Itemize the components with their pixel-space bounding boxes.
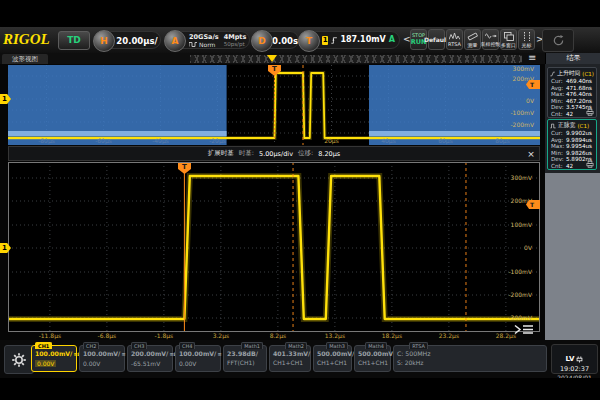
channel-tab: CH3 [131,342,147,349]
sample-rate: 20GSa/s [189,34,219,41]
main-time-axis: -80μs-60μs-40μs-20μs20μs40μs60μs80μs [8,137,540,145]
time-axis-label: 13.2μs [320,332,350,339]
circular-arrows-icon [552,34,565,47]
list-icon[interactable]: ≡ [528,52,536,63]
time-axis-label: 60μs [431,137,461,144]
close-icon[interactable]: × [526,149,536,159]
time-axis-label: -6.8μs [92,332,122,339]
channel-tab: CH1 [35,342,52,349]
results-title: 结果 [545,53,600,64]
trigger-display[interactable]: 1 187.10mV A [308,31,400,49]
rtsa-tab: RTSA [409,342,428,349]
gear-icon [11,352,27,368]
spectrum-icon [449,32,460,40]
channel-box-ch3[interactable]: CH3 200.00mV/≡Ω -65.51mV [127,345,173,372]
memory-depth: 4Mpts [224,34,247,41]
measurement-card-rise-time[interactable]: 上升时间 (C1) Cur:469.40ns Avg:471.68ns Max:… [547,67,597,118]
acquire-knob[interactable]: A [164,30,186,52]
rise-time-icon [550,71,555,77]
record-navigation-strip[interactable] [190,55,522,63]
time-axis-label: -11.8μs [35,332,65,339]
zoom-waveform-svg [8,162,540,332]
square-wave-icon [189,42,197,47]
sample-interval: 50ps/pt [224,41,247,48]
sidebar-empty-area [545,173,600,340]
time-axis-label: 18.2μs [377,332,407,339]
ruler-icon [467,32,478,41]
trigger-sweep-mode: A [389,32,395,48]
pulse-width-icon [550,123,556,129]
cursor-lines-icon [522,32,532,41]
zoom-offset: 8.20μs [318,150,340,158]
clock-time: 19:02:37 [552,365,597,374]
math-tab: Math4 [365,342,387,349]
time-axis-label: -40μs [146,137,176,144]
math-tab: Math2 [285,342,307,349]
time-axis-label: -80μs [32,137,62,144]
math-tab: Math1 [241,342,263,349]
waveform-view-tab[interactable]: 波形视图 [2,54,48,64]
clock-date: 2024/08/01 [552,374,597,378]
main-waveform-panel[interactable]: 300mV200mV0V-100mV-200mV -80μs-60μs-40μs… [8,65,540,145]
multi-window-button[interactable]: 多窗口 [500,29,517,50]
printer-icon[interactable] [586,109,594,116]
channel-tab: CH2 [83,342,99,349]
rtsa-box[interactable]: RTSA C: 500MHz S: 20kHz [393,345,547,372]
math2-box[interactable]: Math2 401.33mV/ CH1+CH1 [269,345,311,372]
time-axis-label: 20μs [317,137,347,144]
horizontal-knob[interactable]: H [93,30,115,52]
channel-box-ch2[interactable]: CH2 100.00mV/≡ 0.00V [79,345,125,372]
trigger-source-badge: 1 [322,36,328,45]
rising-edge-icon [331,35,337,46]
math-tab: Math3 [326,342,348,349]
rtsa-button[interactable]: RTSA [446,29,463,50]
zoom-waveform-panel[interactable]: 300mV200mV100mV0V-100mV-200mV-300mV T T [8,162,540,332]
header-bar: RIGOL TD 20.00μs/ H 20GSa/s 4Mpts Norm 5… [0,27,600,54]
channel-box-ch1[interactable]: CH1 100.00mV/≡Ω 0.00V [31,345,77,372]
printer-icon[interactable] [586,161,594,168]
windows-icon [504,32,514,41]
coupling-icons: ≡ [121,351,125,357]
time-axis-label: 80μs [488,137,518,144]
measurement-name: 正脉宽 [558,121,575,130]
acq-mode: Norm [189,41,219,48]
math4-box[interactable]: Math4 500.00mV/ CH1+CH1 [354,345,391,372]
time-axis-label: -20μs [203,137,233,144]
measurement-card-positive-width[interactable]: 正脉宽 (C1) Cur:9.9902us Avg:9.9894us Max:9… [547,119,597,170]
measure-button[interactable]: 测量 [464,29,481,50]
trigger-position-indicator[interactable] [267,55,277,62]
mode-badge[interactable]: TD [58,31,90,50]
measurement-channel: (C1) [577,123,589,129]
time-axis-label: -60μs [89,137,119,144]
measurement-channel: (C1) [582,71,594,77]
channel-tab: CH4 [179,342,195,349]
time-axis-label: 40μs [374,137,404,144]
sample-control-button[interactable]: 采样控制 [482,29,499,50]
cursor-button[interactable]: 光标 [518,29,535,50]
settings-gear-button[interactable] [4,345,34,374]
time-axis-label: 23.2μs [434,332,464,339]
power-mode-label: LV [566,355,575,363]
delay-knob[interactable]: D [251,30,273,52]
math1-box[interactable]: Math1 23.98dB/ FFT(CH1) [223,345,267,372]
measurement-name: 上升时间 [557,69,580,78]
main-waveform-svg [8,65,540,145]
math3-box[interactable]: Math3 500.00mV/ CH1+CH1 [313,345,352,372]
time-axis-label: 8.2μs [263,332,293,339]
oscilloscope-screen: RIGOL TD 20.00μs/ H 20GSa/s 4Mpts Norm 5… [0,27,600,378]
trigger-level: 187.10mV [340,32,385,48]
channel-status-bar: CH1 100.00mV/≡Ω 0.00V CH2 100.00mV/≡ 0.0… [0,340,600,378]
plug-icon [576,356,583,363]
default-button[interactable]: Default [428,29,445,50]
zoom-timebase: 5.00μs/div [259,150,293,158]
zoom-title: 扩展时基 [208,149,234,158]
expand-menu-icon[interactable] [512,323,536,336]
system-status-box[interactable]: LV 19:02:37 2024/08/01 [551,344,598,374]
trigger-knob[interactable]: T [298,30,320,52]
rigol-logo: RIGOL [3,31,50,48]
channel-box-ch4[interactable]: CH4 100.00mV/≡ 0.00V [175,345,221,372]
autoscale-button[interactable] [542,29,574,52]
time-axis-label: -1.8μs [149,332,179,339]
zoom-titlebar[interactable]: 扩展时基 时基: 5.00μs/div 位移: 8.20μs × [8,146,540,161]
waveform-arrow-icon [485,32,497,40]
